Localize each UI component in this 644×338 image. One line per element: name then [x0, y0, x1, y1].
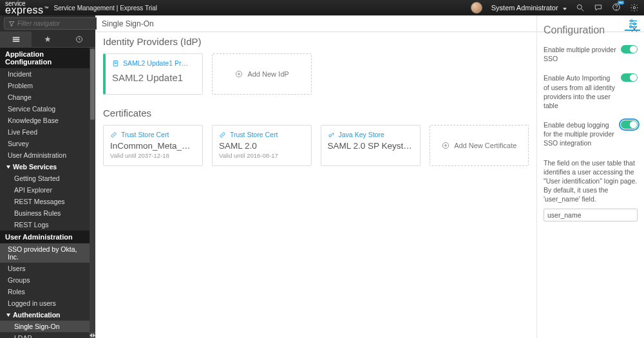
- help-button[interactable]: •••: [612, 3, 621, 14]
- nav-tab-history[interactable]: [64, 32, 95, 47]
- logo: service express ™: [5, 1, 49, 14]
- idp-heading: Identity Providers (IdP): [103, 36, 529, 47]
- cfg-label-multi-sso: Enable multiple provider SSO: [544, 45, 617, 63]
- key-icon: [328, 131, 335, 138]
- svg-rect-11: [12, 37, 19, 39]
- link-icon: [110, 131, 117, 138]
- clock-icon: [75, 35, 83, 43]
- add-cert-button[interactable]: Add New Certificate: [430, 125, 529, 166]
- cert-heading: Certificates: [103, 108, 529, 118]
- idp-card-chip: SAML2 Update1 Pr…: [123, 59, 188, 67]
- toggle-multi-sso[interactable]: [621, 45, 638, 53]
- svg-rect-13: [12, 41, 19, 42]
- cert-chip-0: Trust Store Cert: [121, 131, 169, 138]
- document-icon: [112, 60, 119, 67]
- logo-tm: ™: [44, 6, 49, 10]
- logo-bottom: express: [5, 6, 44, 14]
- nav: Application Configuration Incident Probl…: [0, 48, 90, 338]
- cert-title-0: InCommon_Meta_Signing: [110, 141, 196, 151]
- nav-section-authentication[interactable]: Authentication: [0, 309, 90, 321]
- nav-item-problem[interactable]: Problem: [0, 80, 90, 91]
- nav-item-rest-logs[interactable]: REST Logs: [0, 219, 90, 230]
- nav-item-rest-messages[interactable]: REST Messages: [0, 196, 90, 207]
- cert-card-0[interactable]: Trust Store Cert InCommon_Meta_Signing V…: [103, 125, 203, 166]
- header-subtitle: Service Management | Express Trial: [54, 5, 157, 12]
- nav-item-live-feed[interactable]: Live Feed: [0, 126, 90, 138]
- svg-line-1: [582, 9, 584, 12]
- scrollbar-track[interactable]: [90, 48, 95, 338]
- cert-card-2[interactable]: Java Key Store SAML 2.0 SP Keystore: [321, 125, 421, 166]
- funnel-icon: [8, 21, 15, 27]
- nav-item-knowledge-base[interactable]: Knowledge Base: [0, 115, 90, 126]
- config-panel: Configuration Enable multiple provider S…: [536, 15, 644, 338]
- nav-section-web-services[interactable]: Web Services: [0, 161, 90, 173]
- filter-input[interactable]: [17, 20, 99, 27]
- sliders-icon[interactable]: [627, 18, 639, 30]
- nav-item-users[interactable]: Users: [0, 263, 90, 274]
- cfg-label-auto-import: Enable Auto Importing of users from all …: [544, 73, 617, 110]
- nav-item-service-catalog[interactable]: Service Catalog: [0, 103, 90, 115]
- main-content: Identity Providers (IdP) SAML2 Update1 P…: [95, 15, 536, 338]
- cert-sub-0: Valid until 2037-12-18: [110, 152, 196, 159]
- sliders-underline: [625, 30, 640, 31]
- plus-circle-icon: [441, 141, 450, 150]
- cert-title-2: SAML 2.0 SP Keystore: [328, 141, 413, 151]
- avatar[interactable]: [471, 2, 482, 14]
- cert-chip-1: Trust Store Cert: [230, 131, 278, 138]
- filter-input-wrap[interactable]: [4, 17, 104, 30]
- toggle-debug[interactable]: [621, 120, 638, 129]
- svg-point-10: [630, 26, 632, 28]
- nav-item-roles[interactable]: Roles: [0, 286, 90, 297]
- nav-item-api-explorer[interactable]: API Explorer: [0, 184, 90, 196]
- nav-item-user-administration[interactable]: User Administration: [0, 149, 90, 161]
- add-idp-label: Add New IdP: [247, 70, 289, 78]
- nav-item-survey[interactable]: Survey: [0, 138, 90, 149]
- svg-point-3: [616, 9, 617, 10]
- nav-item-single-sign-on[interactable]: Single Sign-On: [0, 321, 90, 332]
- svg-point-21: [328, 135, 331, 137]
- svg-point-8: [634, 23, 636, 25]
- nav-tab-favorites[interactable]: [32, 32, 63, 47]
- svg-rect-12: [12, 39, 19, 40]
- nav-item-sso-okta[interactable]: SSO provided by Okta, Inc.: [0, 243, 90, 263]
- nav-item-groups[interactable]: Groups: [0, 274, 90, 286]
- nav-scroll: Application Configuration Incident Probl…: [0, 48, 95, 338]
- gear-icon[interactable]: [630, 3, 639, 12]
- link-icon: [219, 131, 226, 138]
- nav-item-ldap[interactable]: LDAP: [0, 332, 90, 338]
- nav-item-incident[interactable]: Incident: [0, 68, 90, 80]
- config-heading: Configuration: [544, 24, 638, 36]
- apps-icon: [12, 35, 21, 44]
- nav-item-logged-in-users[interactable]: Logged in users: [0, 297, 90, 309]
- add-idp-button[interactable]: Add New IdP: [212, 53, 312, 95]
- cfg-field-input[interactable]: [544, 209, 638, 221]
- nav-item-change[interactable]: Change: [0, 91, 90, 103]
- filter-bar: [0, 15, 95, 32]
- idp-card-title: SAML2 Update1: [112, 72, 196, 83]
- left-column: Application Configuration Incident Probl…: [0, 15, 95, 338]
- svg-point-0: [577, 5, 582, 9]
- nav-item-getting-started[interactable]: Getting Started: [0, 173, 90, 184]
- tab-title: Single Sign-On: [97, 15, 159, 32]
- logo-top: service: [5, 1, 49, 6]
- nav-item-business-rules[interactable]: Business Rules: [0, 207, 90, 219]
- idp-card[interactable]: SAML2 Update1 Pr… SAML2 Update1: [103, 53, 203, 95]
- nav-header-appconfig[interactable]: Application Configuration: [0, 48, 90, 68]
- username-menu[interactable]: System Administrator: [491, 3, 567, 12]
- nav-tab-apps[interactable]: [0, 32, 32, 47]
- plus-circle-icon: [234, 70, 243, 79]
- search-icon[interactable]: [576, 3, 585, 12]
- username: System Administrator: [491, 4, 558, 12]
- cert-card-1[interactable]: Trust Store Cert SAML 2.0 Valid until 20…: [212, 125, 312, 166]
- cert-chip-2: Java Key Store: [339, 131, 384, 138]
- scrollbar-thumb[interactable]: [90, 49, 95, 120]
- chevron-down-icon: [6, 314, 10, 317]
- nav-header-useradmin[interactable]: User Administration: [0, 230, 90, 243]
- chat-icon[interactable]: [594, 3, 603, 12]
- cfg-label-debug: Enable debug logging for the multiple pr…: [544, 120, 617, 148]
- add-cert-label: Add New Certificate: [454, 142, 516, 149]
- cert-title-1: SAML 2.0: [219, 141, 305, 151]
- top-header: service express ™ Service Management | E…: [0, 0, 644, 15]
- toggle-auto-import[interactable]: [621, 73, 638, 82]
- svg-point-4: [633, 6, 636, 9]
